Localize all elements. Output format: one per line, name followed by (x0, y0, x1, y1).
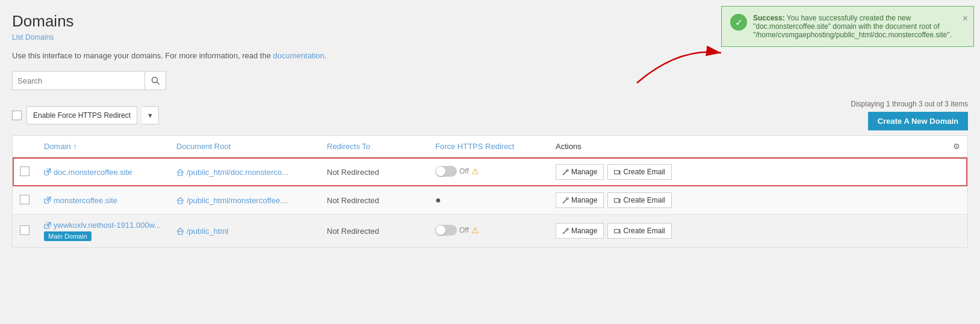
row-3-redirects-value: Not Redirected (327, 227, 379, 236)
row-3-actions: Manage Create Email (556, 223, 960, 239)
svg-rect-15 (178, 231, 182, 234)
row-3-manage-label: Manage (571, 227, 597, 235)
th-doc-root[interactable]: Document Root (169, 136, 320, 157)
row-1-toggle[interactable]: Off ⚠ (435, 166, 479, 177)
row-3-docroot-cell: /public_html (169, 215, 320, 248)
page-description: Use this interface to manage your domain… (12, 51, 968, 60)
row-3-manage-button[interactable]: Manage (556, 223, 604, 239)
row-2-domain-name: monstercoffee.site (54, 196, 117, 205)
th-redirects[interactable]: Redirects To (320, 136, 428, 157)
row-3-checkbox[interactable] (20, 225, 29, 235)
notification-close-button[interactable]: × (963, 14, 968, 23)
row-1-docroot-path: /public_html/doc.monsterco... (187, 168, 288, 177)
row-1-redirects-cell: Not Redirected (320, 157, 428, 186)
row-1-docroot-cell: /public_html/doc.monsterco... (169, 157, 320, 186)
row-2-create-email-button[interactable]: Create Email (607, 192, 671, 208)
row-3-create-email-button[interactable]: Create Email (607, 223, 671, 239)
external-link-icon (44, 197, 51, 204)
row-1-domain-name: doc.monstercoffee.site (54, 168, 132, 177)
success-text: Success: You have successfully created t… (753, 14, 952, 39)
external-link-icon-4 (614, 228, 621, 234)
select-all-checkbox[interactable] (12, 111, 22, 120)
row-1-domain-cell: doc.monstercoffee.site (37, 157, 169, 186)
svg-line-2 (157, 82, 160, 85)
row-3-check-cell (13, 215, 37, 248)
row-3-warning-icon: ⚠ (471, 225, 479, 235)
row-3-redirects-cell: Not Redirected (320, 215, 428, 248)
row-3-toggle-thumb (436, 225, 445, 235)
row-1-checkbox[interactable] (20, 167, 29, 176)
th-force-https[interactable]: Force HTTPS Redirect (428, 136, 548, 157)
home-icon (176, 197, 184, 204)
row-2-manage-button[interactable]: Manage (556, 192, 604, 208)
row-2-question-icon: ● (435, 195, 441, 205)
external-link-icon (44, 168, 51, 176)
gear-icon[interactable]: ⚙ (953, 142, 960, 151)
success-title: Success: (753, 14, 785, 22)
row-1-redirects-value: Not Redirected (327, 168, 379, 177)
external-link-icon (44, 222, 51, 229)
row-1-manage-label: Manage (571, 168, 597, 176)
main-domain-badge: Main Domain (44, 231, 91, 241)
wrench-icon (562, 169, 569, 176)
create-domain-button[interactable]: Create A New Domain (868, 112, 968, 130)
row-3-domain-link[interactable]: ywwkoxlv.nethost-1911.000w... (44, 221, 162, 230)
row-2-check-cell (13, 186, 37, 215)
row-1-manage-button[interactable]: Manage (556, 164, 604, 180)
row-1-toggle-track[interactable] (435, 166, 457, 177)
wrench-icon (562, 228, 569, 234)
enable-https-label: Enable Force HTTPS Redirect (33, 111, 131, 120)
row-3-docroot-path: /public_html (187, 227, 228, 236)
external-link-icon-2 (614, 169, 621, 176)
row-1-docroot-link[interactable]: /public_html/doc.monsterco... (176, 168, 312, 177)
svg-point-6 (566, 170, 568, 171)
search-bar (12, 71, 968, 90)
toolbar-right: Displaying 1 through 3 out of 3 items Cr… (851, 100, 968, 130)
th-check (13, 136, 37, 157)
row-1-actions: Manage Create Email (556, 164, 960, 180)
search-input[interactable] (12, 71, 144, 90)
home-icon (176, 168, 184, 176)
svg-rect-5 (178, 173, 182, 176)
row-2-checkbox[interactable] (20, 195, 29, 204)
description-text: Use this interface to manage your domain… (12, 51, 273, 60)
row-3-domain-name: ywwkoxlv.nethost-1911.000w... (54, 221, 161, 230)
search-button[interactable] (144, 71, 166, 90)
row-2-domain-cell: monstercoffee.site (37, 186, 169, 215)
success-notification: ✓ Success: You have successfully created… (721, 6, 974, 47)
row-2-domain-link[interactable]: monstercoffee.site (44, 196, 162, 205)
table-row: ywwkoxlv.nethost-1911.000w... Main Domai… (13, 215, 967, 248)
svg-rect-17 (615, 229, 619, 233)
documentation-link[interactable]: documentation (273, 51, 324, 60)
svg-rect-12 (615, 198, 619, 202)
display-info: Displaying 1 through 3 out of 3 items (851, 100, 968, 108)
row-1-domain-link[interactable]: doc.monstercoffee.site (44, 168, 162, 177)
svg-rect-10 (178, 201, 182, 204)
wrench-icon (562, 197, 569, 204)
actions-label: Actions (556, 142, 581, 151)
th-domain[interactable]: Domain ↑ (37, 136, 169, 157)
row-3-toggle[interactable]: Off ⚠ (435, 225, 479, 236)
row-2-docroot-link[interactable]: /public_html/monstercoffee.... (176, 196, 312, 205)
domains-table-wrapper: Domain ↑ Document Root Redirects To Forc… (12, 135, 968, 248)
row-2-create-email-label: Create Email (623, 196, 665, 204)
https-dropdown-button[interactable]: ▼ (142, 106, 159, 124)
external-link-icon-3 (614, 197, 621, 204)
row-3-docroot-link[interactable]: /public_html (176, 227, 312, 236)
row-1-force-https-cell: Off ⚠ (428, 157, 548, 186)
row-3-domain-cell: ywwkoxlv.nethost-1911.000w... Main Domai… (37, 215, 169, 248)
row-2-redirects-value: Not Redirected (327, 196, 379, 205)
th-actions: Actions ⚙ (548, 136, 967, 157)
row-3-toggle-track[interactable] (435, 225, 457, 236)
table-row: doc.monstercoffee.site /public_html/doc.… (13, 157, 967, 186)
enable-https-button[interactable]: Enable Force HTTPS Redirect (26, 106, 137, 124)
row-2-actions: Manage Create Email (556, 192, 960, 208)
row-2-docroot-path: /public_html/monstercoffee.... (187, 196, 289, 205)
row-2-redirects-cell: Not Redirected (320, 186, 428, 215)
row-1-create-email-button[interactable]: Create Email (607, 164, 671, 180)
table-header-row: Domain ↑ Document Root Redirects To Forc… (13, 136, 967, 157)
row-2-docroot-cell: /public_html/monstercoffee.... (169, 186, 320, 215)
toolbar-left: Enable Force HTTPS Redirect ▼ (12, 106, 159, 124)
row-1-actions-cell: Manage Create Email (548, 157, 967, 186)
table-row: monstercoffee.site /public_html/monsterc… (13, 186, 967, 215)
